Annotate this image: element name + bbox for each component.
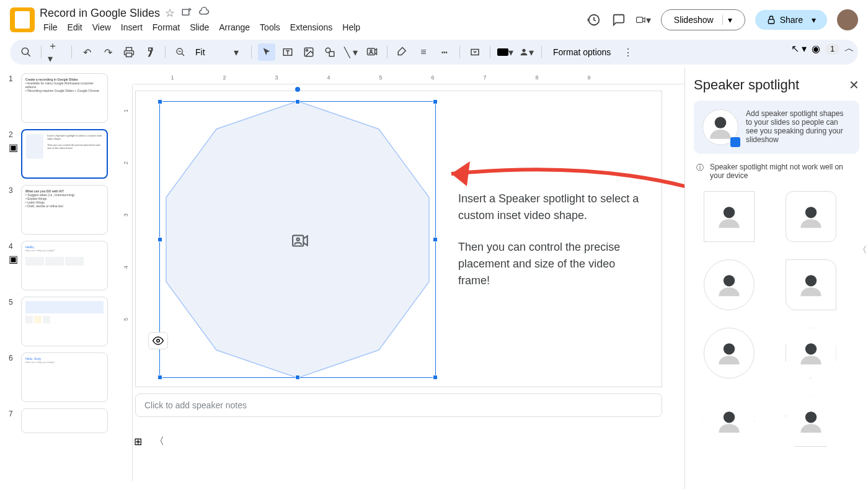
zoom-out-icon[interactable] xyxy=(172,43,189,61)
menu-file[interactable]: File xyxy=(40,21,61,34)
star-icon[interactable]: ☆ xyxy=(165,6,175,20)
expand-side-icon[interactable]: 〈 xyxy=(858,244,867,256)
shape-icon[interactable] xyxy=(321,43,339,61)
selection-box[interactable] xyxy=(159,101,436,378)
redo-icon[interactable]: ↷ xyxy=(99,43,117,61)
shape-leaf[interactable] xyxy=(786,259,836,310)
panel-warning: ⓘ Speaker spotlight might not work well … xyxy=(694,163,859,180)
comment-icon[interactable] xyxy=(611,12,626,27)
collab-count: 1 xyxy=(825,43,839,55)
speaker-notes[interactable]: Click to add speaker notes xyxy=(135,393,662,417)
slide-thumbnail[interactable] xyxy=(21,408,108,433)
spotlight-indicator-icon: ▣ xyxy=(9,141,17,153)
spotlight-indicator-icon: ▣ xyxy=(9,253,17,265)
record-icon[interactable]: ▾ xyxy=(636,12,651,27)
slide-number: 5 xyxy=(9,297,17,307)
resize-handle[interactable] xyxy=(157,99,162,104)
svg-rect-8 xyxy=(329,52,334,56)
rotation-handle[interactable] xyxy=(295,87,300,92)
toolbar: ＋ ▾ ↶ ↷ Fit ▾ ╲ ▾ ≡ ┅ ▾ ▾ Format options… xyxy=(10,40,858,65)
svg-point-20 xyxy=(805,207,816,218)
image-icon[interactable] xyxy=(300,43,317,61)
print-icon[interactable] xyxy=(120,43,138,61)
svg-point-19 xyxy=(724,207,735,218)
slides-logo xyxy=(10,7,35,32)
slide-thumbnail[interactable] xyxy=(21,297,108,346)
menu-view[interactable]: View xyxy=(89,21,115,34)
format-options-button[interactable]: Format options xyxy=(548,47,616,57)
shape-square[interactable] xyxy=(704,191,755,242)
more-icon[interactable]: ⋮ xyxy=(619,43,637,61)
svg-point-18 xyxy=(715,117,727,128)
shape-decagon[interactable]: Decagon xyxy=(786,328,836,379)
slide-thumbnail[interactable]: Insert a Speaker spotlight to select a c… xyxy=(21,129,108,179)
resize-handle[interactable] xyxy=(157,375,162,380)
svg-point-2 xyxy=(22,48,29,55)
zoom-dropdown-icon[interactable]: ▾ xyxy=(228,43,245,61)
resize-handle[interactable] xyxy=(295,375,300,380)
border-dash-icon[interactable]: ┅ xyxy=(436,43,453,61)
collapse-filmstrip-icon[interactable]: 〈 xyxy=(154,435,164,448)
visibility-toggle[interactable] xyxy=(148,332,168,349)
presence-icon[interactable]: ◉ xyxy=(812,43,820,55)
border-weight-icon[interactable]: ≡ xyxy=(415,43,432,61)
menu-help[interactable]: Help xyxy=(339,21,364,34)
mask-icon[interactable]: ▾ xyxy=(518,43,535,61)
menu-edit[interactable]: Edit xyxy=(64,21,86,34)
menu-tools[interactable]: Tools xyxy=(256,21,284,34)
slide-canvas[interactable]: Insert a Speaker spotlight to select a c… xyxy=(135,91,662,387)
textbox-icon[interactable] xyxy=(279,43,296,61)
move-icon[interactable] xyxy=(181,6,192,20)
menu-insert[interactable]: Insert xyxy=(117,21,146,34)
undo-icon[interactable]: ↶ xyxy=(78,43,95,61)
shape-pentagon[interactable] xyxy=(786,396,836,447)
share-button[interactable]: Share▾ xyxy=(755,10,827,30)
shape-hexagon[interactable] xyxy=(704,396,755,447)
search-icon[interactable] xyxy=(17,43,35,61)
svg-rect-1 xyxy=(768,19,774,24)
svg-point-21 xyxy=(724,275,735,286)
shape-circle[interactable] xyxy=(704,259,755,310)
menu-extensions[interactable]: Extensions xyxy=(286,21,336,34)
svg-point-16 xyxy=(157,339,160,343)
zoom-level[interactable]: Fit xyxy=(193,47,224,57)
speaker-spotlight-panel: Speaker spotlight ✕ Add speaker spotligh… xyxy=(684,68,868,489)
slide-thumbnail[interactable]: What can you DO with AI?• Suggest ideas … xyxy=(21,185,108,235)
info-icon: ⓘ xyxy=(696,163,704,180)
close-icon[interactable]: ✕ xyxy=(849,78,859,92)
slide-number: 3 xyxy=(9,185,17,195)
menu-bar: File Edit View Insert Format Slide Arran… xyxy=(40,21,587,34)
slide-thumbnail[interactable]: Hello, AndyHow can I help you today? xyxy=(21,352,108,402)
document-title[interactable]: Record in Google Slides xyxy=(40,7,160,20)
pointer-icon[interactable]: ↖ ▾ xyxy=(791,43,807,55)
resize-handle[interactable] xyxy=(295,99,300,104)
slide-thumbnail[interactable]: Hello,How can I help you today? xyxy=(21,241,108,290)
resize-handle[interactable] xyxy=(433,237,438,242)
menu-format[interactable]: Format xyxy=(149,21,184,34)
canvas-area: 123456789 12345 Insert a Speaker spotlig… xyxy=(123,68,684,489)
cloud-icon[interactable] xyxy=(198,6,210,20)
grid-view-icon[interactable]: ⊞ xyxy=(134,436,142,447)
user-avatar[interactable] xyxy=(837,9,858,30)
speaker-spotlight-icon[interactable] xyxy=(363,43,381,61)
slide-thumbnail[interactable]: Create a recording in Google Slides• Ava… xyxy=(21,73,108,123)
new-slide-icon[interactable]: ＋ ▾ xyxy=(48,43,65,61)
svg-point-6 xyxy=(306,50,308,52)
collapse-icon[interactable]: ︿ xyxy=(844,42,854,55)
shape-oval[interactable] xyxy=(704,328,755,379)
crop-icon[interactable] xyxy=(466,43,484,61)
vertical-ruler: 12345 xyxy=(123,84,133,482)
menu-arrange[interactable]: Arrange xyxy=(215,21,254,34)
paint-format-icon[interactable] xyxy=(141,43,159,61)
resize-handle[interactable] xyxy=(433,375,438,380)
slideshow-button[interactable]: Slideshow▾ xyxy=(661,9,745,30)
fill-color-icon[interactable]: ▾ xyxy=(497,43,514,61)
shape-rounded[interactable] xyxy=(786,191,836,242)
history-icon[interactable] xyxy=(587,12,601,27)
resize-handle[interactable] xyxy=(157,237,162,242)
border-color-icon[interactable] xyxy=(394,43,411,61)
resize-handle[interactable] xyxy=(433,99,438,104)
line-icon[interactable]: ╲ ▾ xyxy=(342,43,360,61)
menu-slide[interactable]: Slide xyxy=(186,21,213,34)
select-tool[interactable] xyxy=(258,43,275,61)
